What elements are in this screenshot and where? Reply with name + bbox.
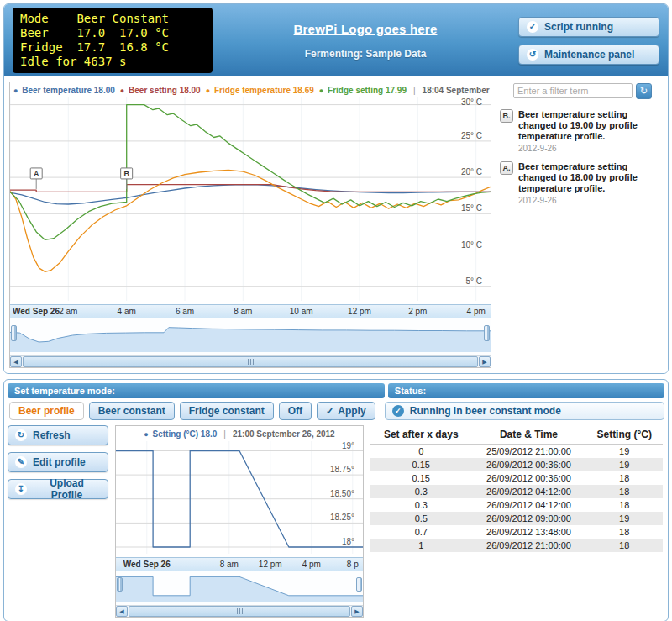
svg-text:B: B (123, 170, 129, 178)
mode-button-off[interactable]: Off (279, 402, 312, 420)
apply-button[interactable]: ✓Apply (317, 402, 375, 420)
legend-value: 18.0 (201, 429, 217, 439)
table-cell: 18 (585, 539, 663, 552)
svg-text:10° C: 10° C (461, 240, 482, 250)
navigator-svg[interactable] (10, 318, 491, 352)
mode-button-label: Off (288, 405, 302, 417)
table-cell: 0.5 (370, 512, 472, 525)
legend-item-fridge-temperature[interactable]: ● Fridge temperature 18.69 (206, 86, 314, 95)
filter-refresh-button[interactable]: ↻ (636, 83, 652, 99)
annotation-body: Beer temperature setting changed to 19.0… (518, 109, 661, 153)
lcd-line: Mode Beer Constant (20, 12, 205, 26)
chart-time-label: 18:04 September 26, 2012 (423, 86, 491, 95)
annotation-item[interactable]: A.Beer temperature setting changed to 18… (500, 161, 661, 205)
svg-text:18.75°: 18.75° (330, 465, 354, 474)
x-axis-label: 12 pm (348, 307, 371, 316)
upload-icon: ↧ (15, 483, 27, 495)
script-running-label: Script running (544, 21, 613, 33)
table-row[interactable]: 0.1526/09/2012 00:36:0018 (370, 471, 663, 485)
x-axis-label: 8 p (347, 560, 359, 569)
scroll-right-icon[interactable]: ▶ (351, 606, 363, 617)
script-running-button[interactable]: ✓ Script running (518, 17, 659, 37)
mode-button-fridge-constant[interactable]: Fridge constant (180, 402, 274, 420)
legend-value: 18.00 (180, 86, 201, 95)
mode-button-beer-constant[interactable]: Beer constant (89, 402, 175, 420)
profile-chart-xaxis: Wed Sep 268 am12 pm4 pm8 p (116, 557, 363, 571)
table-row[interactable]: 025/09/2012 21:00:0019 (370, 445, 663, 459)
table-row[interactable]: 0.726/09/2012 13:48:0018 (370, 525, 663, 539)
profile-chart-svg[interactable]: 19°18.75°18.50°18.25°18° (116, 441, 363, 554)
series-marker-icon: ● (144, 430, 148, 439)
table-cell: 0.7 (370, 525, 472, 539)
brewpi-logo[interactable]: BrewPi Logo goes here (223, 22, 508, 36)
scroll-left-icon[interactable]: ◀ (10, 356, 22, 367)
scrollbar-thumb[interactable] (129, 606, 350, 617)
series-marker-icon: ● (120, 87, 124, 95)
refresh-button[interactable]: ↻Refresh (8, 425, 108, 445)
mode-button-beer-profile[interactable]: Beer profile (9, 402, 84, 420)
table-cell: 0.3 (370, 485, 472, 498)
navigator-left-handle[interactable] (11, 325, 17, 341)
annotation-body: Beer temperature setting changed to 18.0… (518, 161, 661, 205)
table-cell: 18 (585, 471, 663, 485)
main-chart-navigator[interactable] (10, 318, 491, 355)
navigator-left-handle[interactable] (117, 577, 123, 592)
filter-input[interactable] (513, 83, 633, 98)
scrollbar-thumb[interactable] (23, 356, 478, 367)
header-buttons: ✓ Script running ↺ Maintenance panel (518, 17, 659, 65)
legend-label: Setting (°C) (150, 429, 201, 439)
maintenance-panel-button[interactable]: ↺ Maintenance panel (518, 45, 659, 65)
svg-text:19°: 19° (342, 441, 354, 450)
main-chart-xaxis: Wed Sep 262 am4 am6 am8 am10 am12 pm2 pm… (10, 304, 491, 318)
x-axis-label: 4 pm (467, 307, 486, 316)
annotation-text: Beer temperature setting changed to 18.0… (518, 161, 661, 194)
table-cell: 1 (370, 539, 472, 552)
upload-profile-button[interactable]: ↧Upload Profile (8, 479, 108, 499)
profile-chart-legend: ● Setting (°C) 18.0|21:00 September 26, … (116, 426, 363, 441)
navigator-right-handle[interactable] (356, 577, 362, 592)
main-chart-svg[interactable]: 30° C25° C20° C15° C10° C5° CAB (10, 97, 491, 301)
legend-label: Fridge setting (325, 86, 386, 95)
x-axis-label: 4 pm (302, 560, 321, 569)
x-axis-label: 8 am (220, 560, 239, 569)
navigator-right-handle[interactable] (484, 325, 490, 341)
table-cell: 26/09/2012 04:12:00 (472, 498, 586, 512)
edit-profile-button[interactable]: ✎Edit profile (8, 452, 108, 472)
header-center: BrewPi Logo goes here Fermenting: Sample… (223, 22, 508, 60)
maintenance-icon: ↺ (527, 49, 538, 61)
table-row[interactable]: 0.1526/09/2012 00:36:0019 (370, 458, 663, 471)
profile-chart-navigator[interactable] (116, 571, 363, 605)
table-cell: 19 (585, 445, 663, 459)
table-row[interactable]: 0.326/09/2012 04:12:0018 (370, 485, 663, 498)
legend-item-beer-setting[interactable]: ● Beer setting 18.00 (120, 86, 201, 95)
x-axis-label: 2 am (59, 307, 77, 316)
main-chart-scrollbar[interactable]: ◀ ▶ (10, 355, 491, 367)
mode-button-label: Beer profile (18, 405, 75, 417)
legend-label: Fridge temperature (212, 86, 293, 95)
legend-item-setting-c-[interactable]: ● Setting (°C) 18.0 (144, 429, 217, 439)
scroll-left-icon[interactable]: ◀ (116, 606, 128, 617)
annotation-item[interactable]: B.Beer temperature setting changed to 19… (500, 109, 661, 153)
main-chart-plot-area[interactable]: 30° C25° C20° C15° C10° C5° CAB (10, 97, 491, 304)
scrollbar-track[interactable] (23, 356, 478, 367)
beer-name-label: Fermenting: Sample Data (223, 48, 508, 60)
status-text: Running in beer constant mode (410, 405, 561, 417)
table-row[interactable]: 126/09/2012 21:00:0018 (370, 539, 663, 552)
profile-chart-scrollbar[interactable]: ◀ ▶ (116, 605, 363, 617)
legend-item-fridge-setting[interactable]: ● Fridge setting 17.99 (319, 86, 407, 95)
profile-navigator-svg[interactable] (116, 571, 363, 602)
legend-value: 17.99 (386, 86, 407, 95)
table-row[interactable]: 0.526/09/2012 09:00:0019 (370, 512, 663, 525)
table-cell: 26/09/2012 00:36:00 (472, 458, 586, 471)
scroll-right-icon[interactable]: ▶ (479, 356, 491, 367)
refresh-icon: ↻ (640, 86, 648, 96)
profile-plot-area[interactable]: 19°18.75°18.50°18.25°18° (116, 441, 363, 557)
side-button-column: ↻Refresh✎Edit profile↧Upload Profile (8, 425, 108, 499)
side-button-label: Refresh (33, 429, 71, 441)
side-button-label: Upload Profile (33, 477, 101, 501)
legend-item-beer-temperature[interactable]: ● Beer temperature 18.00 (13, 86, 115, 95)
filter-row: ↻ (513, 83, 661, 99)
mode-button-label: Fridge constant (189, 405, 265, 417)
table-row[interactable]: 0.326/09/2012 04:12:0018 (370, 498, 663, 512)
scrollbar-track[interactable] (129, 606, 350, 617)
